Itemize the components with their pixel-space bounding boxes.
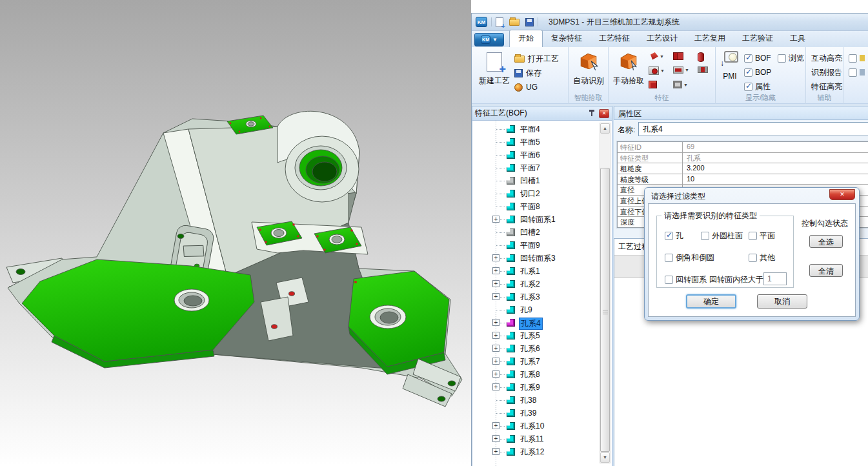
recognize-report-button[interactable]: 识别报告 (811, 67, 842, 78)
bop-checkbox[interactable]: BOP (744, 67, 771, 77)
select-all-button[interactable]: 全选 (809, 235, 843, 248)
tree-item[interactable]: 孔系7 (472, 355, 600, 368)
tab-start[interactable]: 开始 (509, 30, 543, 47)
hole-feature-button[interactable]: ▼ (649, 66, 665, 75)
pmi-button[interactable]: ↓ PMI (717, 51, 743, 81)
other-checkbox[interactable]: 其他 (749, 252, 775, 263)
expand-plus-icon[interactable] (492, 358, 500, 365)
tab-tools[interactable]: 工具 (782, 30, 814, 47)
clear-all-button[interactable]: 全清 (809, 264, 843, 277)
clipped-checkbox[interactable] (849, 53, 865, 63)
groove-feature-button[interactable] (698, 66, 708, 73)
expand-plus-icon[interactable] (492, 370, 500, 378)
tree-item[interactable]: 孔系11 (472, 432, 600, 445)
revolve-face-checkbox[interactable]: 回转面系 (665, 274, 707, 285)
scroll-down-arrow[interactable]: ▼ (600, 452, 610, 463)
tree-item[interactable]: 孔系10 (472, 420, 600, 432)
feature-highlight-button[interactable]: 特征高亮 (811, 81, 842, 92)
bof-checkbox[interactable]: BOF (744, 53, 771, 63)
tree-item[interactable]: 孔系1 (472, 265, 600, 278)
tree-item[interactable]: 平面6 (472, 148, 600, 161)
ok-button[interactable]: 确定 (686, 294, 736, 309)
chamfer-fillet-checkbox[interactable]: 倒角和倒圆 (665, 252, 714, 263)
tab-complex-feature[interactable]: 复杂特征 (543, 30, 590, 47)
plane-checkbox[interactable]: 平面 (749, 230, 775, 241)
tree-item[interactable]: 凹槽2 (472, 226, 600, 239)
boss-feature-button[interactable] (649, 81, 657, 88)
tree-item[interactable]: 平面8 (472, 200, 600, 213)
tree-item[interactable]: 孔系2 (472, 278, 600, 290)
clipped-checkbox[interactable] (849, 67, 865, 77)
expand-plus-icon[interactable] (492, 280, 500, 287)
tab-process-feature[interactable]: 工艺特征 (590, 30, 638, 47)
save-button[interactable]: 保存 (514, 66, 541, 79)
tree-item[interactable]: 平面5 (472, 136, 600, 148)
tree-item[interactable]: 孔系5 (472, 329, 600, 342)
tree-item[interactable]: 孔39 (472, 407, 600, 420)
expand-plus-icon[interactable] (492, 216, 500, 223)
pocket-feature-button[interactable]: ▼ (673, 66, 689, 74)
tree-item[interactable]: 孔38 (472, 394, 600, 407)
tree-item[interactable]: 平面7 (472, 161, 600, 174)
expand-plus-icon[interactable] (492, 332, 500, 339)
tree-item[interactable]: 平面4 (472, 123, 600, 136)
viewport-3d[interactable] (0, 0, 471, 466)
tree-item-label: 平面6 (519, 150, 541, 161)
expand-plus-icon[interactable] (492, 422, 500, 429)
tab-process-design[interactable]: 工艺设计 (638, 30, 686, 47)
hole-checkbox[interactable]: 孔 (665, 230, 683, 241)
tab-process-verify[interactable]: 工艺验证 (734, 30, 782, 47)
expand-plus-icon[interactable] (492, 254, 500, 261)
face-feature-button[interactable]: ▼ (673, 81, 688, 88)
save-icon[interactable] (525, 18, 534, 26)
expand-plus-icon[interactable] (492, 448, 500, 455)
tree-item-selected[interactable]: 孔系4 (472, 316, 600, 329)
manual-pick-button[interactable]: 手动拾取 (610, 51, 647, 86)
tree-item[interactable]: 平面9 (472, 239, 600, 252)
tree-item[interactable]: 凹槽1 (472, 174, 600, 187)
scroll-up-arrow[interactable]: ▲ (600, 123, 610, 134)
close-icon[interactable]: ✕ (599, 109, 609, 118)
interactive-highlight-button[interactable]: 互动高亮 (811, 53, 842, 64)
expand-plus-icon[interactable] (492, 345, 500, 352)
tab-process-reuse[interactable]: 工艺复用 (686, 30, 734, 47)
new-process-button[interactable]: 新建工艺 (476, 51, 513, 86)
slot-feature-button[interactable] (673, 52, 683, 60)
cylinder-feature-button[interactable] (698, 52, 704, 62)
ug-button[interactable]: UG (514, 81, 538, 94)
new-document-icon[interactable] (496, 17, 503, 27)
tree-item[interactable]: 回转面系3 (472, 252, 600, 265)
feature-tree: 平面4 平面5 平面6 平面7 凹槽1 切口2 平面8 回转面系1 凹槽2 平面… (472, 121, 600, 466)
ribbon-group-aux: 互动高亮 识别报告 特征高亮 辅助 (806, 47, 843, 104)
attribute-checkbox[interactable]: 属性 (744, 81, 771, 92)
open-folder-icon[interactable] (509, 19, 520, 26)
tree-item[interactable]: 孔系6 (472, 342, 600, 355)
cancel-button[interactable]: 取消 (757, 294, 807, 309)
tree-item[interactable]: 孔系3 (472, 290, 600, 303)
name-input[interactable] (638, 122, 868, 136)
expand-plus-icon[interactable] (492, 435, 500, 442)
tree-item[interactable]: 孔9 (472, 303, 600, 316)
scrollbar-thumb[interactable] (600, 168, 610, 452)
tree-item[interactable]: 孔系8 (472, 368, 600, 381)
plane-feature-button[interactable]: ▼ (649, 52, 664, 60)
auto-recognize-button[interactable]: 自动识别 (570, 51, 607, 86)
tree-item[interactable]: 孔系9 (472, 381, 600, 394)
open-process-button[interactable]: 打开工艺 (514, 52, 559, 65)
application-menu-button[interactable]: KM ▼ (474, 33, 504, 46)
tree-scrollbar[interactable]: ▲ ▼ (600, 123, 611, 463)
tree-item-label: 平面5 (519, 137, 541, 148)
expand-plus-icon[interactable] (492, 293, 500, 300)
browse-checkbox[interactable]: 浏览 (778, 53, 804, 63)
tree-item[interactable]: 切口2 (472, 187, 600, 200)
outer-cylinder-checkbox[interactable]: 外圆柱面 (701, 230, 743, 241)
pin-icon[interactable] (589, 109, 595, 117)
expand-plus-icon[interactable] (492, 383, 500, 390)
expand-plus-icon[interactable] (492, 267, 500, 274)
inner-diameter-input[interactable] (763, 272, 787, 285)
tree-item[interactable]: 孔系12 (472, 445, 600, 458)
close-icon[interactable]: ✕ (829, 189, 855, 200)
tree-item[interactable]: 回转面系1 (472, 213, 600, 226)
expand-plus-icon[interactable] (492, 319, 500, 326)
tree-item-label: 孔系11 (519, 434, 545, 445)
